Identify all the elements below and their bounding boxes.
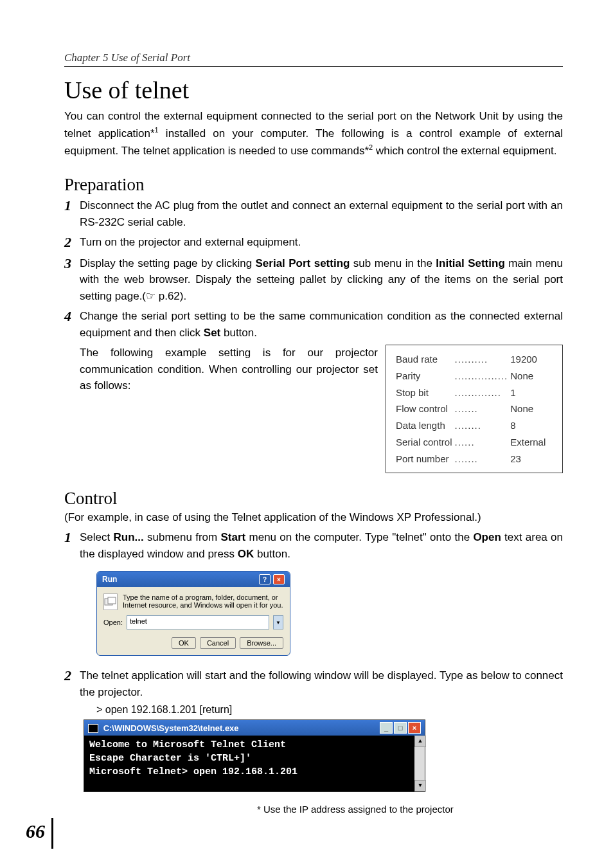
bold-text: OK (238, 548, 254, 560)
close-icon[interactable]: × (408, 722, 421, 734)
setting-value: 1 (510, 385, 546, 401)
dots: ................ (454, 368, 509, 384)
page-number: 66 (26, 820, 45, 842)
setting-value: 23 (510, 451, 546, 467)
setting-key: Serial control (395, 435, 453, 450)
prep-step-2: 2 Turn on the projector and external equ… (64, 234, 563, 251)
dots: .......... (454, 352, 509, 367)
dots: ...... (454, 435, 509, 450)
setting-key: Flow control (395, 401, 453, 417)
step-body: Turn on the projector and external equip… (80, 234, 563, 251)
text: Select (80, 531, 114, 543)
step-body: Display the setting page by clicking Ser… (80, 255, 563, 305)
run-dialog: Run ? × Type the name of a program, fold… (96, 571, 290, 656)
chapter-header: Chapter 5 Use of Serial Port (64, 51, 563, 67)
intro-paragraph: You can control the external equipment c… (64, 108, 563, 159)
setting-value: External (510, 435, 546, 450)
ok-button[interactable]: OK (172, 637, 196, 649)
setting-key: Baud rate (395, 352, 453, 367)
close-icon[interactable]: × (273, 574, 285, 584)
step-number: 3 (64, 255, 77, 305)
page-number-bar (51, 818, 53, 849)
control-heading: Control (64, 489, 563, 509)
prep-step-3: 3 Display the setting page by clicking S… (64, 255, 563, 305)
run-app-icon (103, 593, 118, 610)
text: sub menu in the (350, 257, 436, 269)
dropdown-icon[interactable]: ▼ (273, 615, 283, 629)
setting-value: None (510, 401, 546, 417)
browse-button[interactable]: Browse... (240, 637, 283, 649)
step-body: Change the serial port setting to be the… (80, 308, 563, 341)
control-note: (For example, in case of using the Telne… (64, 511, 563, 524)
console-title-text: C:\WINDOWS\System32\telnet.exe (103, 723, 239, 733)
scroll-up-icon[interactable]: ▲ (414, 736, 426, 747)
open-input[interactable]: telnet (127, 615, 269, 629)
run-title-text: Run (102, 575, 117, 584)
step-number: 2 (64, 234, 77, 251)
bold-text: Set (204, 327, 220, 339)
text: button. (220, 327, 257, 339)
console-line: Escape Character is 'CTRL+]' (89, 753, 409, 764)
text: Display the setting page by clicking (80, 257, 256, 269)
ctrl-step-2: 2 The telnet application will start and … (64, 667, 563, 700)
setting-key: Parity (395, 368, 453, 384)
bold-text: Serial Port setting (256, 257, 350, 269)
bold-text: Initial Setting (436, 257, 504, 269)
example-text: The following example setting is for our… (64, 345, 378, 394)
footnote-text: * Use the IP address assigned to the pro… (257, 804, 563, 815)
dots: ........ (454, 418, 509, 433)
cancel-button[interactable]: Cancel (200, 637, 236, 649)
cmd-icon (88, 724, 98, 733)
text: menu on the computer. Type "telnet" onto… (245, 531, 473, 543)
setting-key: Stop bit (395, 385, 453, 401)
text: button. (254, 548, 290, 560)
command-line-text: > open 192.168.1.201 [return] (96, 704, 563, 716)
intro-p3: which control the external equipment. (373, 145, 556, 157)
setting-key: Data length (395, 418, 453, 433)
step-number: 1 (64, 197, 77, 230)
telnet-console: C:\WINDOWS\System32\telnet.exe _ □ × Wel… (84, 719, 425, 792)
dots: .............. (454, 385, 509, 401)
bold-text: Start (221, 531, 246, 543)
minimize-icon[interactable]: _ (380, 722, 393, 734)
prep-step-4: 4 Change the serial port setting to be t… (64, 308, 563, 341)
dots: ....... (454, 401, 509, 417)
step-number: 1 (64, 529, 77, 562)
run-description: Type the name of a program, folder, docu… (123, 593, 283, 610)
settings-box: Baud rate..........19200 Parity.........… (386, 345, 563, 473)
setting-value: 8 (510, 418, 546, 433)
console-titlebar: C:\WINDOWS\System32\telnet.exe _ □ × (84, 720, 425, 736)
setting-value: 19200 (510, 352, 546, 367)
dots: ....... (454, 451, 509, 467)
open-label: Open: (103, 619, 123, 626)
help-icon[interactable]: ? (259, 574, 271, 584)
run-titlebar: Run ? × (97, 572, 290, 587)
svg-rect-1 (108, 597, 116, 604)
step-number: 2 (64, 667, 77, 700)
bold-text: Open (473, 531, 501, 543)
console-line: Welcome to Microsoft Telnet Client (89, 739, 409, 750)
ctrl-step-1: 1 Select Run... submenu from Start menu … (64, 529, 563, 562)
step-number: 4 (64, 308, 77, 341)
scroll-down-icon[interactable]: ▼ (414, 780, 426, 791)
console-line: Microsoft Telnet> open 192.168.1.201 (89, 766, 409, 777)
preparation-heading: Preparation (64, 175, 563, 195)
step-body: Select Run... submenu from Start menu on… (80, 529, 563, 562)
prep-step-1: 1 Disconnect the AC plug from the outlet… (64, 197, 563, 230)
text: submenu from (144, 531, 221, 543)
step-body: The telnet application will start and th… (80, 667, 563, 700)
setting-key: Port number (395, 451, 453, 467)
text: Change the serial port setting to be the… (80, 310, 563, 339)
step-body: Disconnect the AC plug from the outlet a… (80, 197, 563, 230)
bold-text: Run... (114, 531, 144, 543)
setting-value: None (510, 368, 546, 384)
page-title: Use of telnet (64, 76, 563, 104)
maximize-icon[interactable]: □ (394, 722, 407, 734)
